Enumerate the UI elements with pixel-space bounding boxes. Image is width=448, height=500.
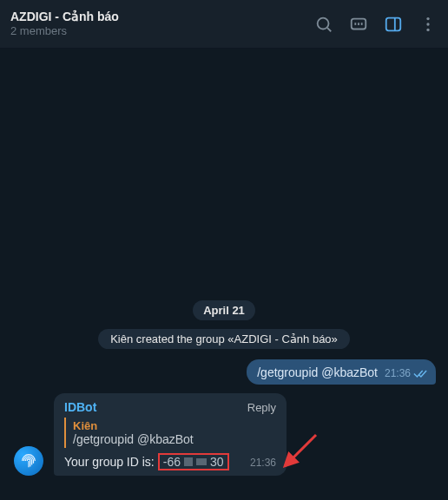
outgoing-bubble[interactable]: /getgroupid @kbazBot 21:36	[247, 359, 436, 385]
redaction-block	[196, 458, 207, 465]
incoming-message-row: IDBot Reply Kiên /getgroupid @kbazBot Yo…	[9, 393, 439, 476]
svg-point-0	[318, 17, 329, 29]
group-id-left: -66	[163, 455, 181, 469]
annotation-arrow-icon	[276, 431, 320, 475]
date-separator: April 21	[9, 300, 439, 320]
svg-rect-6	[386, 17, 401, 30]
svg-point-9	[426, 23, 429, 25]
group-id-highlight: -66 30	[158, 453, 229, 470]
chat-icon[interactable]	[349, 15, 368, 34]
system-message: Kiên created the group «AZDIGI - Cảnh bá…	[98, 329, 350, 349]
message-body: Your group ID is: -66 30 21:36	[64, 453, 276, 470]
sidepanel-icon[interactable]	[384, 15, 403, 34]
sender-avatar[interactable]	[14, 446, 43, 476]
message-prefix: Your group ID is:	[64, 455, 155, 469]
system-message-row: Kiên created the group «AZDIGI - Cảnh bá…	[9, 329, 439, 349]
header-actions	[314, 15, 438, 34]
svg-line-1	[327, 28, 331, 31]
fingerprint-icon	[19, 451, 38, 470]
outgoing-text: /getgroupid @kbazBot	[257, 365, 378, 379]
svg-point-8	[426, 16, 429, 19]
reply-quote[interactable]: Kiên /getgroupid @kbazBot	[64, 418, 276, 448]
sender-name: IDBot	[64, 400, 96, 414]
incoming-bubble[interactable]: IDBot Reply Kiên /getgroupid @kbazBot Yo…	[54, 393, 287, 476]
chat-title: AZDIGI - Cảnh báo	[10, 9, 314, 24]
outgoing-meta: 21:36	[385, 367, 427, 379]
chat-header-info[interactable]: AZDIGI - Cảnh báo 2 members	[10, 9, 314, 39]
search-icon[interactable]	[314, 15, 333, 34]
outgoing-time: 21:36	[385, 367, 411, 379]
reply-button[interactable]: Reply	[247, 401, 276, 414]
group-id-right: 30	[210, 455, 224, 469]
chat-area[interactable]: April 21 Kiên created the group «AZDIGI …	[0, 49, 448, 500]
outgoing-message-row: /getgroupid @kbazBot 21:36	[9, 359, 439, 385]
svg-line-11	[285, 435, 316, 466]
chat-subtitle: 2 members	[10, 24, 314, 39]
date-chip: April 21	[193, 300, 255, 320]
incoming-time: 21:36	[241, 457, 276, 469]
svg-point-10	[426, 28, 429, 30]
read-checks-icon	[413, 369, 427, 378]
chat-header: AZDIGI - Cảnh báo 2 members	[0, 0, 448, 49]
more-icon[interactable]	[418, 15, 438, 34]
quote-text: /getgroupid @kbazBot	[73, 432, 276, 446]
redaction-block	[184, 457, 193, 466]
quote-sender: Kiên	[73, 419, 276, 432]
